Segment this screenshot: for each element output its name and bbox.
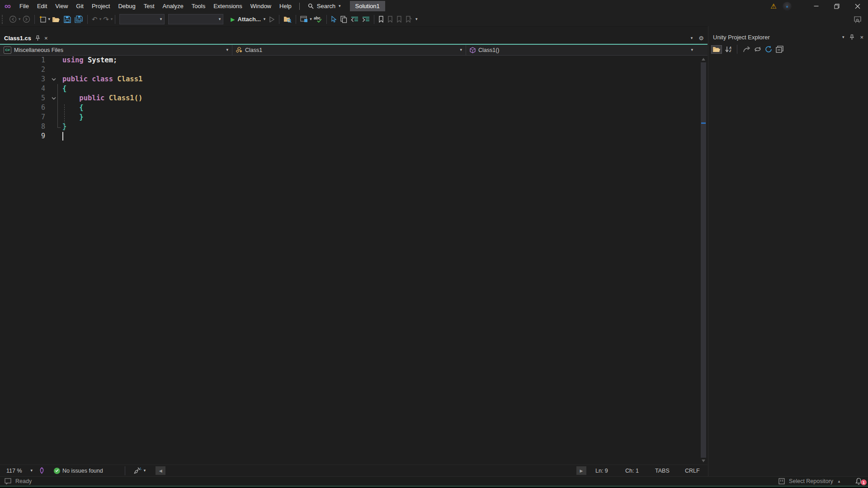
- show-folders-button[interactable]: [711, 45, 722, 54]
- chevron-up-icon[interactable]: ▲: [837, 479, 841, 483]
- scrollbar-up-arrow[interactable]: [702, 58, 705, 61]
- code-line-3[interactable]: 3public class Class1: [0, 75, 708, 84]
- minimize-button[interactable]: [806, 0, 826, 12]
- collapse-all-button[interactable]: [776, 46, 783, 53]
- project-scope-selector[interactable]: C# Miscellaneous Files ▾: [0, 45, 232, 55]
- fold-chevron-icon[interactable]: [45, 94, 62, 103]
- search-control[interactable]: Search ▾: [303, 0, 345, 12]
- type-label: Class1: [245, 47, 262, 53]
- code-line-9[interactable]: 9: [0, 131, 708, 141]
- status-nav-right-button[interactable]: ▶: [576, 466, 586, 475]
- toolbar-overflow-button[interactable]: ▾: [415, 17, 418, 21]
- application-status-bar: Ready Select Repository ▲ 1: [0, 476, 868, 488]
- menu-edit[interactable]: Edit: [33, 0, 51, 12]
- close-tab-icon[interactable]: ×: [44, 35, 48, 42]
- menu-git[interactable]: Git: [72, 0, 88, 12]
- tab-list-dropdown[interactable]: ▾: [691, 36, 693, 40]
- code-editor[interactable]: 1using System;23public class Class14{5 p…: [0, 56, 708, 465]
- copy-button[interactable]: [339, 14, 349, 25]
- column-indicator[interactable]: Ch: 1: [625, 468, 655, 474]
- scrollbar-down-arrow[interactable]: [702, 460, 705, 462]
- sort-alphabetical-button[interactable]: AZ: [725, 46, 731, 52]
- menu-extensions[interactable]: Extensions: [209, 0, 246, 12]
- navigate-backward-button[interactable]: [7, 14, 19, 25]
- code-cleanup-button[interactable]: ▾: [134, 467, 146, 474]
- issues-indicator[interactable]: No issues found: [54, 468, 103, 474]
- solution-scope-badge[interactable]: Solution1: [350, 1, 385, 11]
- find-in-files-button[interactable]: [282, 14, 293, 25]
- code-line-4[interactable]: 4{: [0, 84, 708, 94]
- goto-definition-button[interactable]: [743, 46, 750, 53]
- notifications-button[interactable]: 1: [855, 478, 863, 485]
- navigate-forward-button[interactable]: [21, 14, 32, 25]
- line-indicator[interactable]: Ln: 9: [595, 468, 625, 474]
- select-pointer-button[interactable]: [329, 14, 339, 25]
- intellicode-button[interactable]: [39, 467, 45, 474]
- left-triangle-icon: ◀: [159, 469, 162, 473]
- attach-button[interactable]: ▶ Attach... ▾: [229, 14, 267, 25]
- fold-chevron-icon[interactable]: [45, 75, 62, 84]
- menu-file[interactable]: File: [15, 0, 33, 12]
- scrollbar-thumb[interactable]: [701, 62, 706, 458]
- menu-test[interactable]: Test: [140, 0, 159, 12]
- close-panel-icon[interactable]: ×: [860, 34, 863, 41]
- menu-project[interactable]: Project: [88, 0, 114, 12]
- panel-tree-area[interactable]: [708, 56, 868, 470]
- menu-debug[interactable]: Debug: [114, 0, 139, 12]
- code-line-6[interactable]: 6 {: [0, 103, 708, 113]
- menu-window[interactable]: Window: [246, 0, 275, 12]
- close-window-button[interactable]: [847, 0, 868, 12]
- spelling-button[interactable]: abc: [312, 14, 324, 25]
- restore-button[interactable]: [826, 0, 847, 12]
- account-button[interactable]: [780, 0, 794, 12]
- code-line-1[interactable]: 1using System;: [0, 56, 708, 65]
- solution-platforms-combo[interactable]: ▾: [168, 14, 223, 24]
- fold-gutter: [45, 122, 62, 131]
- indent-mode-indicator[interactable]: TABS: [655, 468, 685, 474]
- bookmark-next-button[interactable]: [395, 14, 404, 25]
- tab-class1-cs[interactable]: Class1.cs ×: [0, 32, 52, 44]
- pin-icon[interactable]: [849, 34, 854, 40]
- code-line-7[interactable]: 7 }: [0, 113, 708, 122]
- panel-menu-dropdown[interactable]: ▾: [842, 35, 844, 39]
- solution-configurations-combo[interactable]: ▾: [119, 14, 165, 24]
- gear-icon[interactable]: ⚙: [698, 35, 704, 41]
- code-line-5[interactable]: 5 public Class1(): [0, 94, 708, 103]
- panel-title-bar[interactable]: Unity Project Explorer ▾ ×: [708, 32, 868, 42]
- zoom-selector[interactable]: 117 % ▾: [6, 468, 33, 474]
- line-ending-indicator[interactable]: CRLF: [685, 468, 703, 474]
- type-selector[interactable]: Class1 ▾: [232, 45, 466, 55]
- start-without-debugging-button[interactable]: [267, 14, 277, 25]
- vertical-scrollbar[interactable]: [700, 56, 707, 465]
- save-all-button[interactable]: [73, 14, 85, 25]
- menu-help[interactable]: Help: [275, 0, 296, 12]
- toolbar-grip[interactable]: [2, 15, 7, 24]
- tabstrip-controls: ▾ ⚙: [691, 35, 704, 41]
- refresh-button[interactable]: [765, 46, 773, 53]
- live-share-button[interactable]: [854, 16, 862, 23]
- member-list-button[interactable]: [298, 14, 310, 25]
- save-button[interactable]: [62, 14, 73, 25]
- menu-tools[interactable]: Tools: [188, 0, 209, 12]
- chevron-down-icon[interactable]: ▾: [111, 17, 113, 21]
- status-nav-left-button[interactable]: ◀: [156, 466, 165, 475]
- select-repository-button[interactable]: Select Repository: [789, 478, 833, 484]
- bookmark-toggle-button[interactable]: [377, 14, 386, 25]
- bookmark-previous-button[interactable]: [386, 14, 395, 25]
- warning-indicator[interactable]: ⚠: [767, 0, 780, 12]
- feedback-icon[interactable]: [5, 478, 11, 484]
- redo-button[interactable]: ↷: [101, 14, 111, 25]
- member-selector[interactable]: Class1() ▾: [466, 45, 697, 55]
- indent-button[interactable]: [360, 14, 372, 25]
- pin-icon[interactable]: [35, 35, 40, 41]
- menu-analyze[interactable]: Analyze: [159, 0, 188, 12]
- open-file-button[interactable]: [50, 14, 62, 25]
- code-line-2[interactable]: 2: [0, 65, 708, 75]
- menu-view[interactable]: View: [51, 0, 72, 12]
- sync-button[interactable]: [754, 46, 762, 53]
- new-project-button[interactable]: [37, 14, 48, 25]
- undo-button[interactable]: ↶: [90, 14, 99, 25]
- bookmark-clear-button[interactable]: [404, 14, 414, 25]
- code-line-8[interactable]: 8}: [0, 122, 708, 131]
- outdent-button[interactable]: [349, 14, 360, 25]
